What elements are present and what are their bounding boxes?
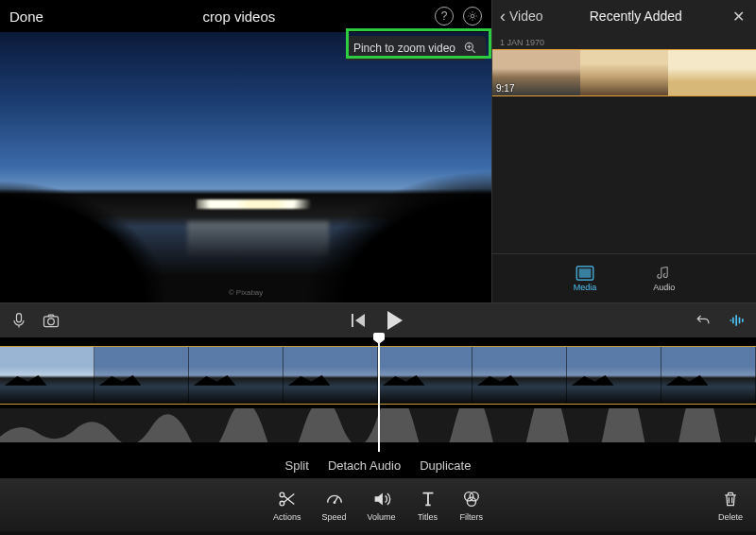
media-date-label: 1 JAN 1970 [492, 32, 756, 49]
skip-back-icon[interactable] [352, 311, 370, 330]
media-back-label[interactable]: Video [509, 9, 543, 24]
clip-frame[interactable] [94, 347, 189, 404]
svg-point-12 [333, 501, 335, 504]
duplicate-action[interactable]: Duplicate [420, 458, 471, 473]
clip-duration: 9:17 [496, 83, 514, 94]
playhead[interactable] [378, 338, 380, 452]
svg-point-9 [48, 319, 55, 325]
preview-header: Done crop videos ? [0, 0, 491, 32]
media-thumbnail[interactable] [580, 50, 668, 95]
undo-icon[interactable] [694, 311, 713, 330]
play-icon[interactable] [387, 311, 403, 330]
speed-tool[interactable]: Speed [321, 489, 346, 522]
svg-point-14 [470, 492, 478, 500]
media-thumbnail[interactable] [668, 50, 756, 95]
clip-frame[interactable] [189, 347, 284, 404]
svg-point-15 [467, 497, 475, 506]
music-note-icon [655, 266, 674, 281]
waveform-icon[interactable] [728, 311, 747, 330]
svg-point-0 [471, 14, 474, 18]
camera-icon[interactable] [42, 311, 60, 330]
project-title: crop videos [203, 9, 276, 25]
svg-line-2 [472, 50, 475, 53]
media-tabs: Media Audio [492, 253, 756, 302]
volume-tool[interactable]: Volume [368, 489, 396, 522]
svg-point-11 [280, 501, 284, 506]
zoom-hint-label: Pinch to zoom video [353, 42, 455, 55]
filters-tool[interactable]: Filters [460, 489, 484, 522]
trash-icon [719, 489, 742, 509]
tab-audio[interactable]: Audio [653, 266, 675, 292]
delete-tool[interactable]: Delete [718, 489, 743, 522]
chevron-left-icon[interactable]: ‹ [500, 7, 506, 26]
help-icon[interactable]: ? [435, 7, 454, 26]
tab-media[interactable]: Media [574, 266, 597, 292]
media-empty-area [492, 96, 756, 253]
clip-actions-row: Split Detach Audio Duplicate [0, 452, 756, 478]
actions-tool[interactable]: Actions [273, 489, 301, 522]
detach-audio-action[interactable]: Detach Audio [328, 458, 401, 473]
scissors-icon [276, 489, 299, 509]
timeline[interactable] [0, 338, 756, 452]
clip-frame[interactable] [0, 347, 94, 404]
media-clip-row[interactable]: 9:17 [492, 49, 756, 96]
clip-frame[interactable] [662, 347, 756, 404]
zoom-hint-tooltip: Pinch to zoom video [346, 36, 486, 60]
microphone-icon[interactable] [9, 311, 28, 330]
split-action[interactable]: Split [285, 458, 309, 473]
svg-point-10 [280, 492, 284, 497]
preview-panel: Done crop videos ? © Pixabay Pinch to zo… [0, 0, 491, 302]
titles-tool[interactable]: Titles [417, 489, 439, 522]
close-icon[interactable]: ✕ [729, 8, 748, 26]
clip-frame[interactable] [378, 347, 472, 404]
done-button[interactable]: Done [9, 9, 43, 25]
media-header: ‹ Video Recently Added ✕ [492, 0, 756, 32]
clip-frame[interactable] [567, 347, 662, 404]
clip-metadata: © Pixabay [229, 288, 264, 297]
magnifier-icon [463, 41, 478, 56]
media-browser: ‹ Video Recently Added ✕ 1 JAN 1970 9:17… [491, 0, 756, 302]
svg-rect-7 [17, 314, 22, 322]
media-icon [576, 266, 594, 281]
clip-frame[interactable] [284, 347, 378, 404]
bottom-toolbar: Actions Speed Volume Titles Filters [0, 478, 756, 531]
text-icon [417, 489, 439, 509]
filters-icon [460, 489, 483, 509]
svg-rect-6 [579, 268, 592, 278]
settings-icon[interactable] [463, 7, 482, 26]
speaker-icon [370, 489, 393, 509]
clip-frame[interactable] [472, 347, 567, 404]
media-title: Recently Added [549, 9, 723, 24]
speedometer-icon [322, 489, 345, 509]
video-preview[interactable]: © Pixabay [0, 32, 491, 302]
